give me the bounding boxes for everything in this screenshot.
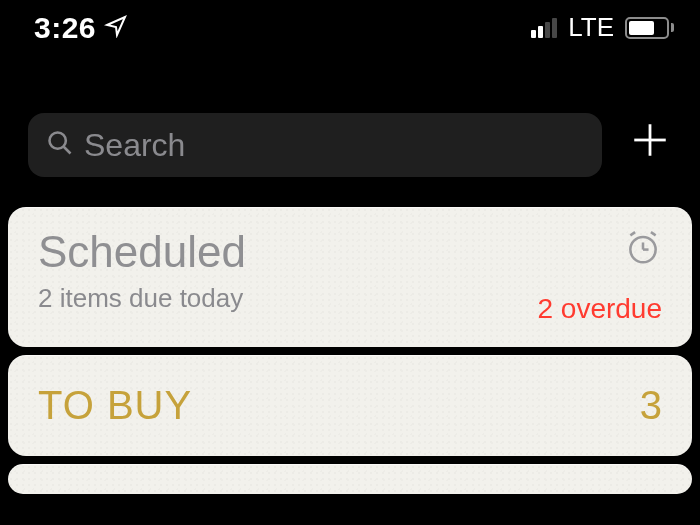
status-time: 3:26 <box>34 11 96 45</box>
list-name: TO BUY <box>38 383 192 428</box>
search-input[interactable]: Search <box>28 113 602 177</box>
cellular-signal-icon <box>531 18 557 38</box>
overdue-badge: 2 overdue <box>537 293 662 325</box>
svg-point-0 <box>50 133 66 149</box>
reminders-app: 3:26 LTE <box>0 0 700 525</box>
lists-area[interactable]: Scheduled 2 items due today 2 overdue <box>0 207 700 525</box>
svg-line-7 <box>630 232 635 235</box>
battery-icon <box>625 17 674 39</box>
list-count: 3 <box>640 383 662 428</box>
list-item[interactable] <box>8 464 692 494</box>
list-item[interactable]: TO BUY 3 <box>8 355 692 456</box>
search-row: Search <box>0 113 700 177</box>
add-button[interactable] <box>620 115 680 175</box>
scheduled-title: Scheduled <box>38 229 246 275</box>
plus-icon <box>629 119 671 171</box>
scheduled-subtitle: 2 items due today <box>38 283 246 314</box>
search-placeholder: Search <box>84 127 185 164</box>
alarm-clock-icon <box>624 229 662 271</box>
svg-line-8 <box>651 232 656 235</box>
scheduled-card[interactable]: Scheduled 2 items due today 2 overdue <box>8 207 692 347</box>
location-icon <box>104 11 128 45</box>
search-icon <box>46 129 74 161</box>
svg-line-1 <box>64 147 71 154</box>
status-right: LTE <box>531 12 674 43</box>
status-bar: 3:26 LTE <box>0 0 700 55</box>
network-type: LTE <box>568 12 614 43</box>
status-left: 3:26 <box>34 11 128 45</box>
